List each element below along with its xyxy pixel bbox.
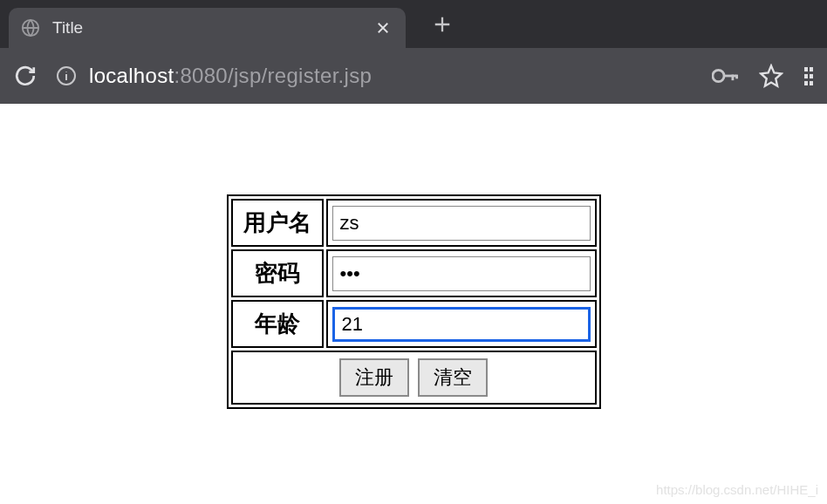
table-row: 密码 <box>231 249 597 297</box>
globe-icon <box>21 18 40 37</box>
url-text: localhost:8080/jsp/register.jsp <box>89 64 372 88</box>
svg-rect-10 <box>810 74 813 78</box>
extensions-icon[interactable] <box>804 65 813 87</box>
table-row: 用户名 <box>231 199 597 247</box>
browser-chrome: Title localhost:8080/jsp/register.jsp <box>0 0 827 104</box>
tab-bar: Title <box>0 0 827 48</box>
svg-rect-8 <box>804 81 808 85</box>
bookmark-star-icon[interactable] <box>759 64 783 88</box>
age-input[interactable] <box>332 307 591 342</box>
svg-rect-11 <box>810 81 813 85</box>
browser-tab[interactable]: Title <box>9 8 406 48</box>
url-bar[interactable]: localhost:8080/jsp/register.jsp <box>56 64 712 88</box>
svg-rect-9 <box>810 67 813 72</box>
page-content: 用户名 密码 年龄 注册 清空 https://blog.csdn. <box>0 104 827 504</box>
reload-button[interactable] <box>14 65 37 87</box>
svg-rect-7 <box>804 74 808 78</box>
url-host: localhost <box>89 64 174 87</box>
age-label: 年龄 <box>231 300 324 348</box>
info-icon <box>56 65 77 86</box>
table-row: 年龄 <box>231 300 597 348</box>
reset-button[interactable]: 清空 <box>418 358 488 397</box>
tab-title: Title <box>52 18 372 37</box>
button-row: 注册 清空 <box>231 351 597 405</box>
watermark-text: https://blog.csdn.net/HIHE_i <box>656 482 818 497</box>
register-button[interactable]: 注册 <box>339 358 409 397</box>
svg-rect-5 <box>735 75 738 79</box>
close-tab-icon[interactable] <box>372 17 393 38</box>
url-path: :8080/jsp/register.jsp <box>174 64 372 87</box>
form-table: 用户名 密码 年龄 注册 清空 <box>227 194 601 409</box>
svg-point-2 <box>713 70 724 81</box>
address-bar: localhost:8080/jsp/register.jsp <box>0 48 827 104</box>
new-tab-button[interactable] <box>430 15 455 34</box>
password-label: 密码 <box>231 249 324 297</box>
svg-rect-3 <box>723 75 736 78</box>
username-label: 用户名 <box>231 199 324 247</box>
password-key-icon[interactable] <box>712 63 738 89</box>
register-form: 用户名 密码 年龄 注册 清空 <box>227 194 601 504</box>
svg-rect-6 <box>804 67 808 72</box>
svg-rect-4 <box>732 75 735 81</box>
password-input[interactable] <box>332 256 591 291</box>
username-input[interactable] <box>332 206 591 241</box>
